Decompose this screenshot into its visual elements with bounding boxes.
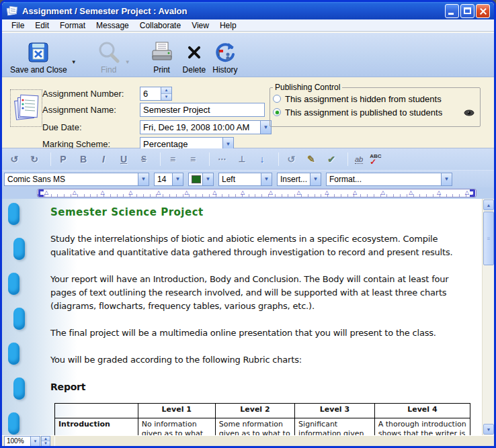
- assignment-name-input[interactable]: Semester Project: [140, 103, 265, 117]
- font-color-chevron-icon[interactable]: ▼: [202, 173, 213, 185]
- font-size-combobox[interactable]: 14 ▼: [154, 173, 183, 186]
- main-toolbar: Save and Close ▼ Find ▼: [2, 32, 494, 77]
- strikethrough-icon[interactable]: S: [138, 154, 149, 164]
- insert-chevron-icon[interactable]: ▼: [310, 173, 321, 185]
- app-window: Assignment / Semester Project : Avalon F…: [0, 0, 496, 448]
- zoom-chevron-icon[interactable]: ▼: [31, 436, 40, 447]
- font-value: Comic Sans MS: [7, 175, 65, 184]
- minimize-button[interactable]: [445, 4, 459, 18]
- history-label: History: [212, 65, 237, 75]
- save-dropdown-caret[interactable]: ▼: [71, 59, 77, 65]
- baseline-icon[interactable]: ⊥: [237, 154, 247, 164]
- eye-icon: [464, 108, 474, 118]
- menu-edit[interactable]: Edit: [30, 20, 54, 31]
- hidden-radio[interactable]: [273, 95, 281, 103]
- document-editor[interactable]: Semester Science Project Study the inter…: [2, 199, 482, 435]
- bold-icon[interactable]: B: [78, 154, 89, 165]
- italic-icon[interactable]: I: [98, 154, 109, 165]
- find-button[interactable]: Find: [97, 40, 121, 75]
- cell-level1: No information given as to what to expec…: [138, 418, 215, 436]
- document-heading: Semester Science Project: [50, 206, 470, 219]
- format-combobox[interactable]: Format... ▼: [326, 173, 452, 186]
- revert-icon[interactable]: ↺: [286, 154, 296, 165]
- left-margin-marker[interactable]: [38, 189, 44, 197]
- vertical-scrollbar[interactable]: ▲ ≡ ▼: [482, 199, 494, 435]
- spellcheck-icon[interactable]: ABC ✓: [370, 154, 384, 165]
- published-option-row[interactable]: This assignment is published to students: [270, 105, 480, 119]
- font-color-swatch: [192, 175, 201, 183]
- font-color-combobox[interactable]: ▼: [188, 173, 214, 186]
- delete-button[interactable]: Delete: [183, 40, 206, 75]
- assignment-number-spinner[interactable]: ▲ ▼: [161, 87, 172, 101]
- assignment-name-label: Assignment Name:: [42, 105, 140, 115]
- menu-format[interactable]: Format: [54, 20, 91, 31]
- edit-pen-icon[interactable]: ✎: [306, 154, 317, 165]
- undo-icon[interactable]: ↺: [9, 154, 19, 165]
- align-value: Left: [222, 175, 235, 184]
- insert-value: Insert...: [280, 175, 307, 184]
- align-chevron-icon[interactable]: ▼: [261, 173, 272, 185]
- zoom-control[interactable]: 100% ▼ ▲ ▼: [4, 436, 50, 447]
- indent-icon[interactable]: ≡: [188, 154, 198, 165]
- outdent-icon[interactable]: ≡: [167, 154, 178, 165]
- font-chevron-icon[interactable]: ▼: [138, 173, 149, 185]
- find-dropdown-caret[interactable]: ▼: [125, 59, 130, 65]
- close-button[interactable]: [476, 4, 490, 18]
- menu-help[interactable]: Help: [214, 20, 242, 31]
- menu-collaborate[interactable]: Collaborate: [134, 20, 186, 31]
- insert-combobox[interactable]: Insert... ▼: [277, 173, 321, 186]
- save-and-close-button[interactable]: Save and Close: [10, 40, 67, 75]
- scroll-down-button[interactable]: ▼: [483, 424, 494, 435]
- right-margin-marker[interactable]: [470, 189, 475, 197]
- assignment-number-input[interactable]: 6: [140, 87, 161, 101]
- spin-up-icon[interactable]: ▲: [161, 87, 171, 94]
- find-icon: [97, 40, 121, 65]
- ruler[interactable]: △△△△△△△△△△△△△△△△: [37, 189, 477, 197]
- font-combobox[interactable]: Comic Sans MS ▼: [4, 173, 149, 186]
- due-date-value: Fri, Dec 19, 2008 10:00 AM: [143, 122, 249, 132]
- spin-down-icon[interactable]: ▼: [161, 94, 171, 100]
- zoom-spinner[interactable]: ▲ ▼: [41, 436, 50, 447]
- format-value: Format...: [329, 175, 362, 184]
- history-button[interactable]: History: [212, 40, 237, 75]
- tab-stops-icon[interactable]: ⋯: [216, 154, 227, 164]
- menu-view[interactable]: View: [186, 20, 214, 31]
- delete-label: Delete: [183, 65, 206, 75]
- menu-message[interactable]: Message: [91, 20, 134, 31]
- assignment-number-label: Assignment Number:: [42, 89, 140, 99]
- print-icon: [151, 40, 173, 65]
- scroll-thumb[interactable]: ≡: [483, 212, 494, 265]
- cell-level4: A thorough introduction shows that the w…: [374, 418, 470, 436]
- format-chevron-icon[interactable]: ▼: [441, 173, 452, 185]
- align-combobox[interactable]: Left ▼: [218, 173, 272, 186]
- redo-icon[interactable]: ↻: [29, 154, 40, 165]
- signature-icon[interactable]: ab: [355, 155, 363, 164]
- maximize-button[interactable]: [460, 4, 474, 18]
- paragraph-style-icon[interactable]: P: [58, 154, 69, 165]
- document-content: Semester Science Project Study the inter…: [50, 206, 470, 435]
- paragraph-1: Study the interrelationships of biotic a…: [50, 232, 470, 259]
- zoom-value[interactable]: 100%: [4, 436, 31, 447]
- hidden-option-row[interactable]: This assignment is hidden from students: [270, 92, 480, 105]
- font-size-chevron-icon[interactable]: ▼: [172, 173, 183, 185]
- menu-file[interactable]: File: [6, 20, 30, 31]
- underline-icon[interactable]: U: [118, 154, 129, 165]
- insert-below-icon[interactable]: ↓: [257, 154, 267, 165]
- title-bar[interactable]: Assignment / Semester Project : Avalon: [2, 2, 494, 19]
- due-date-combobox[interactable]: Fri, Dec 19, 2008 10:00 AM ▼: [140, 120, 272, 134]
- scroll-up-button[interactable]: ▲: [483, 199, 494, 210]
- print-button[interactable]: Print: [151, 40, 173, 75]
- publishing-control-legend: Publishing Control: [273, 83, 342, 92]
- app-icon: [6, 5, 18, 16]
- header-level4: Level 4: [374, 404, 470, 418]
- paragraph-2: Your report will have an Introduction, B…: [50, 273, 470, 313]
- save-and-close-icon: [27, 40, 50, 65]
- history-icon: [214, 40, 237, 65]
- assignment-icon[interactable]: [10, 89, 42, 127]
- delete-icon: [185, 40, 203, 65]
- published-radio[interactable]: [273, 108, 281, 116]
- cell-level2: Some nformation given as to what to expe…: [215, 418, 294, 436]
- accept-icon[interactable]: ✔: [326, 154, 337, 165]
- print-label: Print: [153, 65, 170, 75]
- header-level3: Level 3: [295, 404, 375, 418]
